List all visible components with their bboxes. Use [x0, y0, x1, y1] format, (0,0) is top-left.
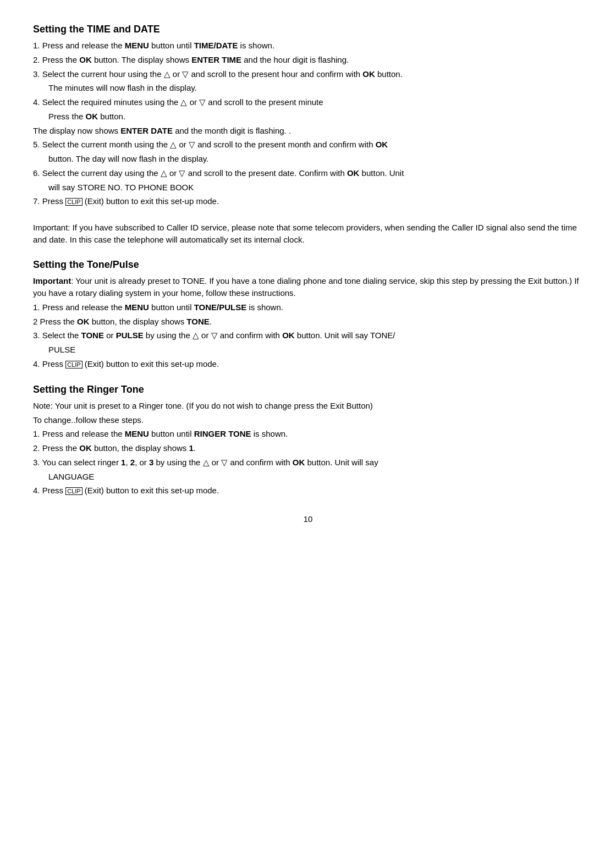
- item-2: 2. Press the OK button. The display show…: [33, 54, 583, 66]
- section-title-ringer-tone: Setting the Ringer Tone: [33, 382, 583, 397]
- clip-icon-1: CLIP: [65, 198, 82, 206]
- ringer-item-2: 2. Press the OK button, the display show…: [33, 442, 583, 454]
- tone-pulse-important: Important: Your unit is already preset t…: [33, 275, 583, 299]
- ringer-item-1: 1. Press and release the MENU button unt…: [33, 428, 583, 440]
- time-date-note: Important: If you have subscribed to Cal…: [33, 222, 583, 246]
- item-5: 5. Select the current month using the △ …: [33, 139, 583, 151]
- ringer-note2: To change..follow these steps.: [33, 414, 583, 426]
- ringer-note1: Note: Your unit is preset to a Ringer to…: [33, 400, 583, 412]
- section-time-date: Setting the TIME and DATE 1. Press and r…: [33, 22, 583, 245]
- item-3-indent: The minutes will now flash in the displa…: [48, 82, 583, 94]
- item-1: 1. Press and release the MENU button unt…: [33, 40, 583, 52]
- ringer-item-3: 3. You can select ringer 1, 2, or 3 by u…: [33, 457, 583, 469]
- tone-item-1: 1. Press and release the MENU button unt…: [33, 301, 583, 314]
- clip-icon-2: CLIP: [65, 361, 82, 369]
- item-3: 3. Select the current hour using the △ o…: [33, 68, 583, 80]
- page-number: 10: [33, 513, 583, 525]
- section-title-time-date: Setting the TIME and DATE: [33, 22, 583, 36]
- tone-item-4: 4. Press CLIP (Exit) button to exit this…: [33, 358, 583, 370]
- item-6: 6. Select the current day using the △ or…: [33, 167, 583, 179]
- section-title-tone-pulse: Setting the Tone/Pulse: [33, 257, 583, 272]
- section-tone-pulse: Setting the Tone/Pulse Important: Your u…: [33, 257, 583, 370]
- item-6-indent: will say STORE NO. TO PHONE BOOK: [48, 182, 583, 194]
- page-content: Setting the TIME and DATE 1. Press and r…: [33, 22, 583, 497]
- tone-item-3-indent: PULSE: [48, 344, 583, 356]
- clip-icon-3: CLIP: [65, 487, 82, 495]
- item-7: 7. Press CLIP (Exit) button to exit this…: [33, 195, 583, 207]
- tone-item-3: 3. Select the TONE or PULSE by using the…: [33, 329, 583, 342]
- section-ringer-tone: Setting the Ringer Tone Note: Your unit …: [33, 382, 583, 497]
- tone-item-2: 2 Press the OK button, the display shows…: [33, 316, 583, 328]
- item-4: 4. Select the required minutes using the…: [33, 96, 583, 108]
- ringer-item-3-indent: LANGUAGE: [48, 471, 583, 483]
- item-display-note: The display now shows ENTER DATE and the…: [33, 125, 583, 137]
- item-4-indent: Press the OK button.: [48, 111, 583, 123]
- ringer-item-4: 4. Press CLIP (Exit) button to exit this…: [33, 485, 583, 497]
- item-5-indent: button. The day will now flash in the di…: [48, 153, 583, 165]
